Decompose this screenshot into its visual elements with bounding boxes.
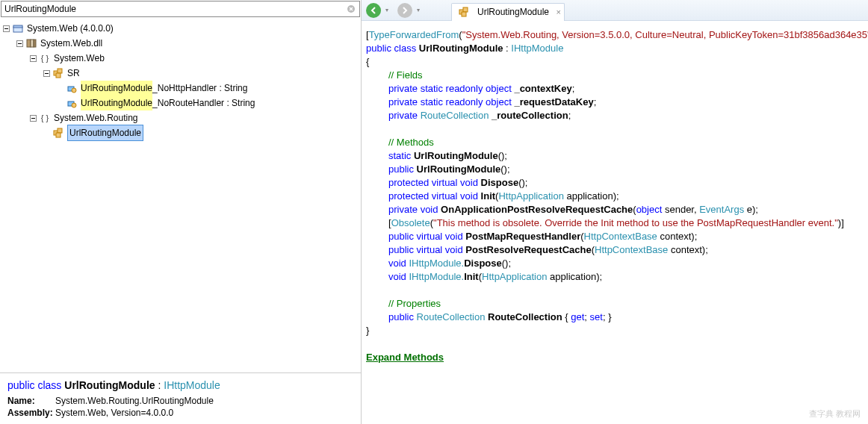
collapse-icon[interactable] bbox=[28, 54, 37, 63]
tree-panel: System.Web (4.0.0.0) System.Web.dll { } … bbox=[0, 18, 361, 372]
tree-label: UrlRoutingModule bbox=[67, 125, 143, 141]
svg-rect-7 bbox=[34, 40, 36, 47]
svg-rect-6 bbox=[31, 40, 34, 47]
collapse-icon[interactable] bbox=[28, 113, 37, 122]
assembly-value: System.Web, Version=4.0.0.0 bbox=[55, 408, 173, 418]
svg-point-14 bbox=[72, 88, 76, 93]
tree-label: System.Web (4.0.0.0) bbox=[27, 21, 114, 36]
field-icon bbox=[66, 97, 78, 109]
tree-label: SR bbox=[67, 66, 80, 81]
svg-point-16 bbox=[72, 103, 76, 107]
svg-rect-11 bbox=[58, 69, 62, 73]
tree-label: System.Web.dll bbox=[40, 36, 102, 51]
namespace-icon: { } bbox=[39, 52, 51, 64]
tree-member[interactable]: UrlRoutingModule_NoHttpHandler : String bbox=[1, 81, 359, 96]
search-box[interactable] bbox=[1, 1, 360, 17]
tree-label: _NoHttpHandler : String bbox=[152, 81, 247, 96]
name-value: System.Web.Routing.UrlRoutingModule bbox=[55, 396, 214, 406]
info-declaration: public class UrlRoutingModule : IHttpMod… bbox=[7, 379, 353, 391]
tree-label: System.Web bbox=[54, 51, 105, 66]
tree-member[interactable]: UrlRoutingModule_NoRouteHandler : String bbox=[1, 96, 359, 110]
class-icon bbox=[458, 6, 470, 18]
search-input[interactable] bbox=[4, 4, 346, 14]
tree-root[interactable]: System.Web (4.0.0.0) bbox=[1, 21, 359, 36]
collapse-icon[interactable] bbox=[1, 24, 10, 33]
info-name-row: Name: System.Web.Routing.UrlRoutingModul… bbox=[7, 396, 353, 406]
tree-namespace[interactable]: { } System.Web bbox=[1, 51, 359, 66]
nav-back-menu[interactable]: ▾ bbox=[385, 7, 393, 13]
right-pane: ▾ ▾ UrlRoutingModule × [TypeForwardedFro… bbox=[362, 0, 868, 424]
namespace-icon: { } bbox=[39, 112, 51, 124]
field-icon bbox=[66, 82, 78, 94]
nav-forward-button bbox=[397, 3, 412, 18]
left-pane: System.Web (4.0.0.0) System.Web.dll { } … bbox=[0, 0, 362, 424]
svg-rect-23 bbox=[462, 12, 466, 16]
assembly-label: Assembly: bbox=[7, 408, 55, 418]
nav-forward-menu: ▾ bbox=[417, 7, 424, 13]
collapse-icon[interactable] bbox=[42, 69, 51, 78]
match-text: UrlRoutingModule bbox=[81, 81, 152, 96]
tree-label: _NoRouteHandler : String bbox=[152, 96, 255, 110]
svg-rect-20 bbox=[56, 133, 61, 137]
expand-methods-link[interactable]: Expand Methods bbox=[366, 352, 444, 363]
module-icon bbox=[25, 37, 37, 49]
svg-rect-19 bbox=[58, 128, 62, 133]
svg-rect-5 bbox=[27, 40, 31, 47]
close-icon[interactable] bbox=[346, 4, 356, 14]
tree-namespace[interactable]: { } System.Web.Routing bbox=[1, 110, 359, 125]
toolbar: ▾ ▾ UrlRoutingModule × bbox=[362, 0, 868, 21]
match-text: UrlRoutingModule bbox=[81, 96, 152, 110]
tree-class-selected[interactable]: UrlRoutingModule bbox=[1, 125, 359, 140]
svg-rect-12 bbox=[56, 73, 61, 78]
nav-back-button[interactable] bbox=[366, 3, 381, 18]
svg-rect-22 bbox=[463, 7, 468, 12]
assembly-icon bbox=[12, 22, 24, 34]
code-area[interactable]: [TypeForwardedFrom("System.Web.Routing, … bbox=[362, 21, 868, 424]
class-icon bbox=[52, 127, 64, 139]
collapse-icon[interactable] bbox=[15, 39, 24, 48]
tree-class[interactable]: SR bbox=[1, 66, 359, 81]
info-assembly-row: Assembly: System.Web, Version=4.0.0.0 bbox=[7, 408, 353, 418]
class-icon bbox=[52, 67, 64, 79]
close-icon[interactable]: × bbox=[557, 7, 561, 16]
svg-rect-3 bbox=[13, 25, 22, 28]
tree-dll[interactable]: System.Web.dll bbox=[1, 36, 359, 51]
tab[interactable]: UrlRoutingModule × bbox=[451, 3, 565, 21]
tree-label: System.Web.Routing bbox=[54, 110, 138, 125]
tab-title: UrlRoutingModule bbox=[477, 7, 549, 17]
info-panel: public class UrlRoutingModule : IHttpMod… bbox=[0, 372, 361, 424]
name-label: Name: bbox=[7, 396, 55, 406]
watermark: 查字典 教程网 bbox=[809, 408, 861, 420]
